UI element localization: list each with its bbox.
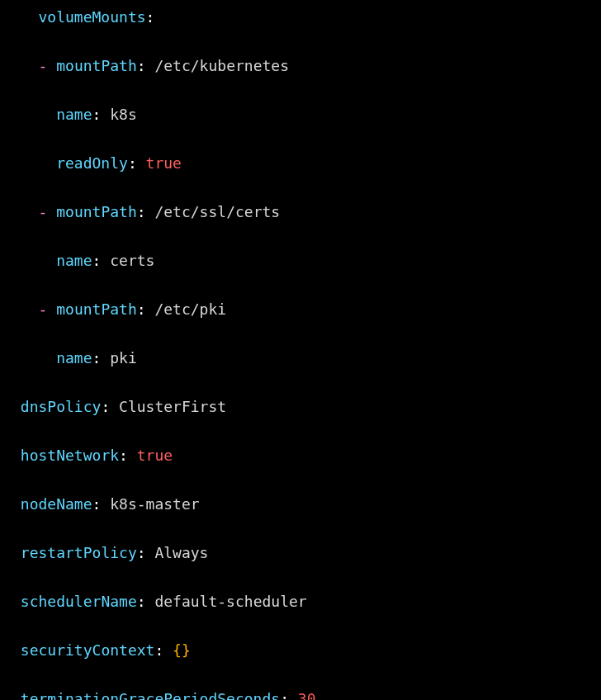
line-vm0-name: name: k8s [12, 102, 601, 127]
line-vm0-readOnly: readOnly: true [12, 151, 601, 176]
line-hostNetwork: hostNetwork: true [12, 443, 601, 468]
line-vm2-name: name: pki [12, 346, 601, 371]
line-nodeName: nodeName: k8s-master [12, 492, 601, 517]
line-vm2-mountPath: - mountPath: /etc/pki [12, 297, 601, 322]
line-securityContext: securityContext: {} [12, 638, 601, 663]
line-vm1-mountPath: - mountPath: /etc/ssl/certs [12, 200, 601, 225]
line-dnsPolicy: dnsPolicy: ClusterFirst [12, 395, 601, 419]
line-restartPolicy: restartPolicy: Always [12, 541, 601, 565]
line-vm1-name: name: certs [12, 248, 601, 273]
yaml-code-block: volumeMounts: - mountPath: /etc/kubernet… [12, 5, 601, 700]
line-schedulerName: schedulerName: default-scheduler [12, 589, 601, 614]
line-volumeMounts: volumeMounts: [12, 5, 601, 30]
line-vm0-mountPath: - mountPath: /etc/kubernetes [12, 54, 601, 78]
line-terminationGracePeriodSeconds: terminationGracePeriodSeconds: 30 [12, 687, 601, 700]
